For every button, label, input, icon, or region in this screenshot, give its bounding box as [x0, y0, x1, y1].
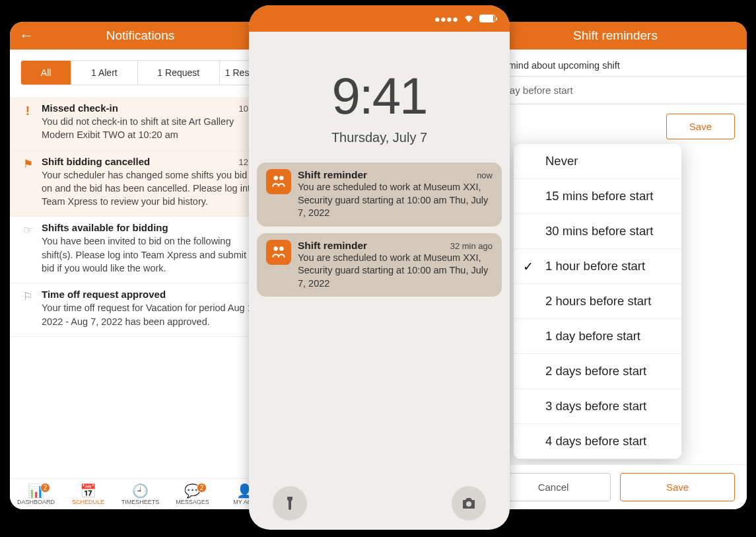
- camera-button[interactable]: [452, 486, 486, 520]
- app-icon: [266, 169, 291, 194]
- notif-text: Your time off request for Vacation for p…: [42, 301, 260, 328]
- lock-time: 9:41: [249, 66, 510, 126]
- lock-notif-title: Shift reminder: [298, 240, 367, 252]
- notification-item[interactable]: ☞ Shifts available for bidding You have …: [10, 217, 271, 283]
- nav-dashboard[interactable]: 📊 2 DASHBOARD: [10, 484, 62, 505]
- dd-option-2days[interactable]: 2 days before start: [514, 354, 681, 389]
- nav-timesheets[interactable]: 🕘 TIMESHEETS: [114, 484, 166, 505]
- notif-title: Missed check-in: [42, 102, 118, 114]
- dd-option-2hours[interactable]: 2 hours before start: [514, 284, 681, 319]
- shift-reminders-header: Shift reminders: [484, 22, 747, 50]
- tab-all[interactable]: All: [21, 61, 71, 85]
- nav-label: DASHBOARD: [17, 499, 55, 505]
- bottom-nav: 📊 2 DASHBOARD 📅 SCHEDULE 🕘 TIMESHEETS 💬 …: [10, 478, 271, 509]
- lock-notif-time: 32 min ago: [450, 241, 493, 251]
- reminder-dropdown: Never 15 mins before start 30 mins befor…: [514, 144, 681, 459]
- notification-filter-tabs: All 1 Alert 1 Request 1 Resu: [20, 60, 260, 85]
- save-button-top[interactable]: Save: [666, 114, 735, 139]
- lock-notif-time: now: [477, 170, 493, 180]
- save-button[interactable]: Save: [620, 473, 735, 501]
- dd-option-15min[interactable]: 15 mins before start: [514, 179, 681, 214]
- status-bar: ●●●●: [249, 5, 510, 32]
- reminder-select[interactable]: 1 day before start: [484, 76, 747, 104]
- lock-notif-title: Shift reminder: [298, 169, 367, 181]
- lock-bottom-bar: [249, 486, 510, 520]
- notif-text: You have been invited to bid on the foll…: [42, 234, 260, 275]
- notifications-title: Notifications: [106, 28, 175, 43]
- shift-reminders-screen: Shift reminders Remind about upcoming sh…: [484, 22, 747, 509]
- battery-icon: [479, 15, 495, 22]
- svg-point-0: [273, 176, 278, 180]
- shift-reminders-title: Shift reminders: [573, 28, 658, 43]
- flag-icon: ⚑: [23, 157, 33, 171]
- dd-option-4days[interactable]: 4 days before start: [514, 424, 681, 459]
- nav-schedule[interactable]: 📅 SCHEDULE: [62, 484, 114, 505]
- lock-notif-text: You are scheduled to work at Museum XXI,…: [298, 181, 493, 220]
- notif-text: Your scheduler has changed some shifts y…: [42, 168, 260, 209]
- flashlight-button[interactable]: [273, 486, 307, 520]
- svg-point-4: [466, 501, 471, 507]
- notif-title: Shift bidding cancelled: [42, 156, 150, 167]
- nav-label: TIMESHEETS: [121, 499, 160, 505]
- signal-icon: ●●●●: [434, 13, 458, 24]
- flag-outline-icon: ⚐: [23, 290, 32, 303]
- reminder-form: Remind about upcoming shift 1 day before…: [484, 50, 747, 139]
- wifi-icon: [464, 13, 474, 24]
- dd-option-30min[interactable]: 30 mins before start: [514, 214, 681, 249]
- notifications-header: ← Notifications: [10, 22, 271, 50]
- back-arrow-icon[interactable]: ←: [19, 27, 34, 44]
- lock-notif-text: You are scheduled to work at Museum XXI,…: [298, 252, 493, 291]
- notification-item[interactable]: ⚑ Shift bidding cancelled 12:22 Your sch…: [10, 151, 271, 217]
- alert-icon: !: [26, 104, 30, 118]
- dd-option-never[interactable]: Never: [514, 144, 681, 179]
- lock-notification[interactable]: Shift reminder now You are scheduled to …: [257, 162, 502, 227]
- nav-badge: 2: [197, 483, 207, 493]
- dd-option-3days[interactable]: 3 days before start: [514, 389, 681, 424]
- hand-icon: ☞: [23, 223, 33, 237]
- section-label: Remind about upcoming shift: [484, 60, 747, 76]
- notif-title: Shifts available for bidding: [42, 222, 168, 233]
- lock-notification[interactable]: Shift reminder 32 min ago You are schedu…: [257, 233, 502, 297]
- form-footer: Cancel Save: [484, 464, 747, 509]
- nav-messages[interactable]: 💬 2 MESSAGES: [166, 484, 219, 505]
- nav-label: SCHEDULE: [72, 499, 104, 505]
- dd-option-1hour[interactable]: 1 hour before start: [514, 249, 681, 284]
- timesheets-icon: 🕘: [132, 484, 149, 497]
- cancel-button[interactable]: Cancel: [496, 473, 611, 501]
- notification-list: ! Missed check-in 10:20 You did not chec…: [10, 97, 271, 337]
- lock-date: Thursday, July 7: [249, 130, 510, 145]
- svg-point-2: [273, 246, 278, 251]
- svg-point-3: [279, 246, 284, 251]
- schedule-icon: 📅: [80, 484, 96, 497]
- notification-item[interactable]: ⚐ Time off request approved Ju Your time…: [10, 283, 271, 337]
- nav-badge: 2: [40, 483, 50, 493]
- tab-request[interactable]: 1 Request: [138, 61, 220, 85]
- notifications-screen: ← Notifications All 1 Alert 1 Request 1 …: [10, 22, 271, 509]
- nav-label: MESSAGES: [176, 499, 209, 505]
- tab-alert[interactable]: 1 Alert: [71, 61, 137, 85]
- app-icon: [266, 240, 291, 265]
- notification-item[interactable]: ! Missed check-in 10:20 You did not chec…: [10, 97, 271, 151]
- notif-title: Time off request approved: [42, 289, 166, 300]
- lock-screen: ●●●● 9:41 Thursday, July 7 Shift reminde…: [249, 5, 510, 530]
- dd-option-1day[interactable]: 1 day before start: [514, 319, 681, 354]
- svg-point-1: [279, 176, 284, 180]
- notif-text: You did not check-in to shift at site Ar…: [42, 115, 260, 142]
